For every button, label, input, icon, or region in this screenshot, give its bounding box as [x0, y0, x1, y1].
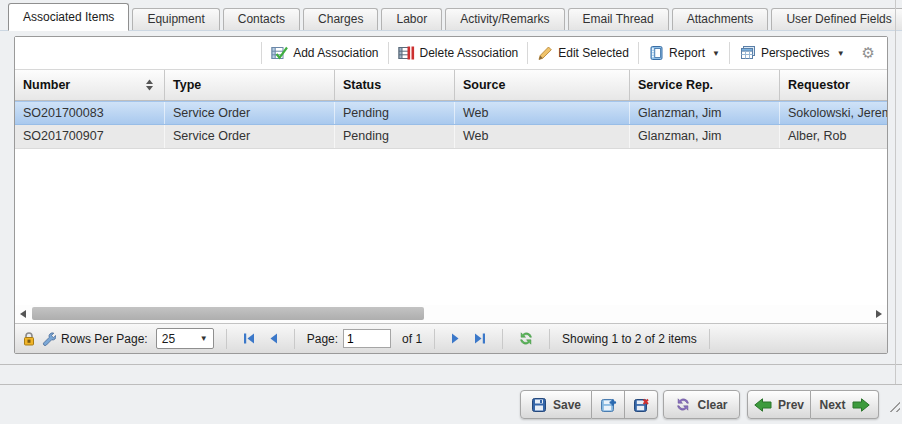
tab-activity-remarks[interactable]: Activity/Remarks [445, 8, 564, 31]
associated-items-panel: Add Association Delete Association Edit … [14, 36, 888, 354]
save-button[interactable]: Save [520, 390, 592, 419]
divider [549, 329, 550, 349]
tab-equipment[interactable]: Equipment [132, 8, 219, 31]
page-label: Page: [307, 332, 338, 346]
grid-header: Number Type Status Source Service Rep. R… [15, 69, 887, 101]
next-button[interactable]: Next [811, 390, 879, 419]
first-page-button[interactable] [239, 332, 259, 345]
divider [294, 329, 295, 349]
column-header-number[interactable]: Number [15, 70, 165, 100]
chevron-down-icon: ▼ [837, 49, 845, 58]
tab-label: Activity/Remarks [460, 12, 549, 26]
tab-label: Associated Items [23, 10, 114, 24]
divider [0, 384, 902, 385]
column-header-status[interactable]: Status [335, 70, 455, 100]
divider [729, 42, 730, 64]
divider [709, 329, 710, 349]
table-row-selected[interactable]: SO201700083 Service Order Pending Web Gl… [15, 101, 887, 125]
prev-button[interactable]: Prev [747, 390, 811, 419]
cell-source: Web [455, 102, 630, 124]
pencil-icon [537, 45, 553, 61]
scrollbar-thumb[interactable] [32, 307, 424, 320]
column-label: Requestor [788, 70, 850, 100]
clear-button[interactable]: Clear [663, 390, 740, 419]
edit-selected-button[interactable]: Edit Selected [530, 41, 636, 65]
refresh-button[interactable] [515, 331, 537, 346]
chevron-down-icon: ▼ [200, 334, 208, 343]
column-header-source[interactable]: Source [455, 70, 630, 100]
tab-charges[interactable]: Charges [303, 8, 378, 31]
column-header-requestor[interactable]: Requestor [780, 70, 887, 100]
delete-association-button[interactable]: Delete Association [391, 41, 526, 65]
scroll-left-icon[interactable] [20, 310, 26, 318]
cell-type: Service Order [165, 102, 335, 124]
divider [527, 42, 528, 64]
tab-email-thread[interactable]: Email Thread [568, 8, 669, 31]
save-label: Save [553, 398, 581, 412]
tab-label: Labor [396, 12, 427, 26]
report-label: Report [669, 46, 705, 60]
cell-source: Web [455, 125, 630, 148]
tab-label: Equipment [147, 12, 204, 26]
refresh-icon [518, 331, 534, 346]
rows-per-page-value: 25 [162, 332, 175, 346]
tab-associated-items[interactable]: Associated Items [8, 3, 129, 31]
gear-icon[interactable]: ⚙ [862, 44, 875, 62]
horizontal-scrollbar[interactable] [15, 305, 887, 323]
page-number-input[interactable] [343, 329, 391, 348]
save-x-icon [633, 396, 650, 413]
next-page-button[interactable] [447, 332, 465, 345]
chevron-down-icon: ▼ [712, 49, 720, 58]
lock-icon[interactable] [22, 331, 36, 346]
divider [226, 329, 227, 349]
scroll-right-icon[interactable] [876, 310, 882, 318]
save-and-close-button[interactable] [625, 390, 658, 419]
perspectives-icon [739, 45, 756, 61]
divider [261, 42, 262, 64]
save-plus-icon [600, 396, 617, 413]
tab-bar: Associated Items Equipment Contacts Char… [0, 0, 902, 31]
column-header-service-rep[interactable]: Service Rep. [630, 70, 780, 100]
last-page-button[interactable] [470, 332, 490, 345]
add-association-button[interactable]: Add Association [264, 41, 385, 65]
wrench-icon[interactable] [41, 331, 56, 346]
save-button-group: Save [520, 390, 658, 419]
divider [434, 329, 435, 349]
column-label: Service Rep. [638, 70, 713, 100]
sort-icon[interactable] [145, 79, 154, 91]
pager-status-text: Showing 1 to 2 of 2 items [562, 332, 697, 346]
tab-attachments[interactable]: Attachments [672, 8, 769, 31]
tab-contacts[interactable]: Contacts [223, 8, 300, 31]
cell-number: SO201700083 [15, 102, 165, 124]
cell-requestor: Alber, Rob [780, 125, 887, 148]
divider [388, 42, 389, 64]
tab-label: Attachments [687, 12, 754, 26]
prev-page-button[interactable] [264, 332, 282, 345]
column-label: Type [173, 70, 201, 100]
cell-type: Service Order [165, 125, 335, 148]
perspectives-button[interactable]: Perspectives ▼ [732, 41, 852, 65]
pager-bar: Rows Per Page: 25 ▼ Page: of 1 [15, 323, 887, 353]
add-association-icon [271, 45, 288, 61]
last-page-icon [473, 332, 487, 345]
perspectives-label: Perspectives [761, 46, 830, 60]
save-and-new-button[interactable] [592, 390, 625, 419]
table-row[interactable]: SO201700907 Service Order Pending Web Gl… [15, 125, 887, 149]
column-label: Number [23, 70, 70, 100]
cell-status: Pending [335, 125, 455, 148]
column-header-type[interactable]: Type [165, 70, 335, 100]
rows-per-page-select[interactable]: 25 ▼ [156, 328, 214, 349]
next-page-icon [450, 332, 462, 345]
resize-handle-icon[interactable] [886, 398, 900, 412]
column-label: Source [463, 70, 505, 100]
cell-status: Pending [335, 102, 455, 124]
cell-number: SO201700907 [15, 125, 165, 148]
tab-labor[interactable]: Labor [381, 8, 442, 31]
tab-user-defined-fields[interactable]: User Defined Fields [771, 8, 902, 31]
first-page-icon [242, 332, 256, 345]
divider [502, 329, 503, 349]
next-arrow-icon [852, 398, 870, 412]
grid-toolbar: Add Association Delete Association Edit … [15, 37, 887, 69]
report-button[interactable]: Report ▼ [641, 41, 727, 65]
tab-label: User Defined Fields [786, 12, 891, 26]
